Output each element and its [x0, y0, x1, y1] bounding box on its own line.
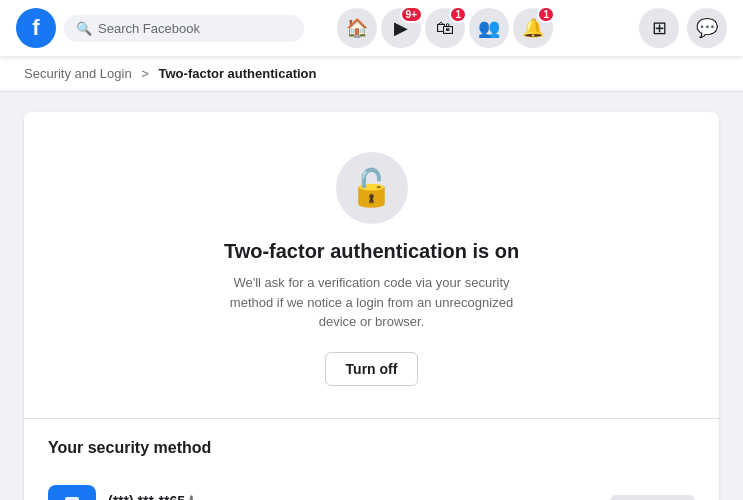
sms-manage-button[interactable]: Manage ▾	[610, 495, 695, 500]
watch-nav-button[interactable]: ▶ 9+	[381, 8, 421, 48]
sms-method-info: (***) ***-**65 ℹ Text message (SMS)	[108, 493, 610, 501]
marketplace-nav-button[interactable]: 🛍 1	[425, 8, 465, 48]
turn-off-button[interactable]: Turn off	[325, 352, 419, 386]
groups-icon: 👥	[478, 17, 500, 39]
sms-method-name: (***) ***-**65 ℹ	[108, 493, 610, 501]
notifications-nav-button[interactable]: 🔔 1	[513, 8, 553, 48]
main-content: 🔓 Two-factor authentication is on We'll …	[0, 92, 743, 500]
search-placeholder-text: Search Facebook	[98, 21, 200, 36]
sms-method-item: (***) ***-**65 ℹ Text message (SMS) Mana…	[48, 473, 695, 501]
grid-menu-button[interactable]: ⊞	[639, 8, 679, 48]
search-box[interactable]: 🔍 Search Facebook	[64, 15, 304, 42]
tfa-status-section: 🔓 Two-factor authentication is on We'll …	[24, 112, 719, 419]
lock-icon: 🔓	[349, 167, 394, 209]
nav-right: ⊞ 💬	[586, 8, 727, 48]
notifications-badge: 1	[537, 6, 555, 23]
groups-nav-button[interactable]: 👥	[469, 8, 509, 48]
tfa-status-title: Two-factor authentication is on	[48, 240, 695, 263]
nav-bar: f 🔍 Search Facebook 🏠 ▶ 9+ 🛍 1 👥 🔔 1 ⊞	[0, 0, 743, 56]
tfa-status-description: We'll ask for a verification code via yo…	[212, 273, 532, 332]
settings-card: 🔓 Two-factor authentication is on We'll …	[24, 112, 719, 500]
watch-badge: 9+	[400, 6, 423, 23]
nav-center: 🏠 ▶ 9+ 🛍 1 👥 🔔 1	[304, 8, 586, 48]
grid-icon: ⊞	[652, 17, 667, 39]
breadcrumb: Security and Login > Two-factor authenti…	[0, 56, 743, 92]
home-nav-button[interactable]: 🏠	[337, 8, 377, 48]
tfa-status-icon-wrapper: 🔓	[336, 152, 408, 224]
sms-method-icon	[48, 485, 96, 501]
messenger-icon: 💬	[696, 17, 718, 39]
sms-info-icon[interactable]: ℹ	[189, 494, 194, 501]
security-methods-section: Your security method (***) ***-**65 ℹ Te…	[24, 419, 719, 501]
home-icon: 🏠	[346, 17, 368, 39]
breadcrumb-current: Two-factor authentication	[159, 66, 317, 81]
messenger-button[interactable]: 💬	[687, 8, 727, 48]
marketplace-badge: 1	[449, 6, 467, 23]
security-methods-title: Your security method	[48, 439, 695, 457]
phone-sms-svg	[58, 495, 86, 501]
svg-rect-0	[65, 497, 79, 501]
nav-left: f 🔍 Search Facebook	[16, 8, 304, 48]
facebook-logo[interactable]: f	[16, 8, 56, 48]
breadcrumb-parent-link[interactable]: Security and Login	[24, 66, 132, 81]
breadcrumb-separator: >	[141, 66, 149, 81]
search-icon: 🔍	[76, 21, 92, 36]
